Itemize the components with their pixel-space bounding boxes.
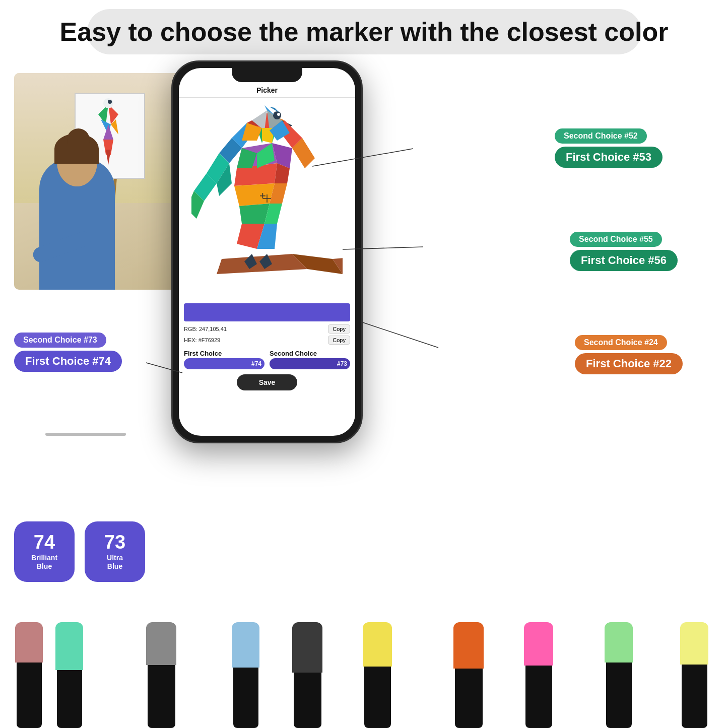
marker-8-body bbox=[525, 666, 552, 728]
badge-73-name: UltraBlue bbox=[107, 554, 123, 571]
svg-point-19 bbox=[277, 113, 280, 116]
marker-2-body bbox=[57, 670, 82, 728]
artist-photo bbox=[14, 73, 185, 290]
marker-3-body bbox=[148, 665, 175, 728]
marker-2 bbox=[55, 622, 83, 728]
phone-bottom-panel: RGB: 247,105,41 Copy HEX: #F76929 Copy F… bbox=[179, 299, 355, 394]
marker-9 bbox=[605, 622, 633, 728]
marker-5 bbox=[292, 622, 322, 728]
svg-line-2 bbox=[363, 322, 438, 348]
svg-point-11 bbox=[103, 98, 113, 108]
marker-3 bbox=[146, 622, 176, 728]
callout-left: Second Choice #73 First Choice #74 bbox=[14, 333, 122, 372]
marker-7-cap bbox=[453, 622, 484, 669]
marker-8 bbox=[524, 622, 553, 728]
callout-bot-right: Second Choice #24 First Choice #22 bbox=[575, 335, 683, 374]
save-button[interactable]: Save bbox=[237, 374, 297, 390]
marker-badges: 74 BrilliantBlue 73 UltraBlue bbox=[14, 521, 145, 582]
bottom-markers-area bbox=[0, 592, 728, 728]
callout-second-52: Second Choice #52 bbox=[555, 128, 647, 144]
second-choice-badge: #73 bbox=[337, 360, 347, 367]
rgb-label: RGB: 247,105,41 bbox=[184, 326, 227, 332]
second-choice-title: Second Choice bbox=[270, 350, 350, 357]
hex-row: HEX: #F76929 Copy bbox=[184, 336, 350, 345]
marker-10 bbox=[680, 622, 708, 728]
callout-first-74: First Choice #74 bbox=[14, 351, 122, 372]
badge-73-number: 73 bbox=[104, 533, 125, 552]
marker-4-cap bbox=[232, 622, 259, 668]
callout-second-24: Second Choice #24 bbox=[575, 335, 667, 350]
first-choice-title: First Choice bbox=[184, 350, 264, 357]
phone-notch bbox=[232, 68, 302, 82]
badge-74-name: BrilliantBlue bbox=[31, 554, 57, 571]
marker-badge-73: 73 UltraBlue bbox=[85, 521, 145, 582]
marker-10-body bbox=[682, 665, 707, 728]
marker-8-cap bbox=[524, 622, 553, 666]
marker-2-cap bbox=[55, 622, 83, 670]
marker-1-body bbox=[17, 663, 42, 728]
copy-hex-button[interactable]: Copy bbox=[328, 336, 350, 345]
copy-rgb-button[interactable]: Copy bbox=[328, 324, 350, 334]
photo-scrollbar bbox=[45, 433, 126, 436]
badge-74-number: 74 bbox=[34, 533, 55, 552]
marker-4 bbox=[232, 622, 259, 728]
marker-7-body bbox=[455, 669, 483, 728]
hex-label: HEX: #F76929 bbox=[184, 337, 220, 343]
callout-top-right: Second Choice #52 First Choice #53 bbox=[555, 128, 663, 168]
phone-parrot-area[interactable] bbox=[179, 98, 355, 299]
header-background: Easy to choose the marker with the close… bbox=[87, 9, 641, 54]
marker-6 bbox=[363, 622, 392, 728]
callout-first-22: First Choice #22 bbox=[575, 353, 683, 374]
callout-mid-right: Second Choice #55 First Choice #56 bbox=[570, 232, 678, 271]
marker-5-body bbox=[294, 673, 321, 728]
marker-1-cap bbox=[15, 622, 43, 663]
phone-frame: Picker bbox=[171, 60, 363, 443]
svg-point-12 bbox=[108, 100, 112, 104]
marker-3-cap bbox=[146, 622, 176, 665]
callout-first-56: First Choice #56 bbox=[570, 250, 678, 271]
marker-badge-74: 74 BrilliantBlue bbox=[14, 521, 75, 582]
callout-first-53: First Choice #53 bbox=[555, 147, 663, 168]
marker-6-body bbox=[364, 667, 391, 728]
marker-9-cap bbox=[605, 622, 633, 663]
app-title: Picker bbox=[179, 84, 355, 98]
marker-7 bbox=[453, 622, 484, 728]
marker-10-cap bbox=[680, 622, 708, 665]
marker-5-cap bbox=[292, 622, 322, 673]
rgb-row: RGB: 247,105,41 Copy bbox=[184, 324, 350, 334]
marker-4-body bbox=[233, 668, 258, 728]
svg-point-18 bbox=[273, 111, 281, 119]
phone-screen: Picker bbox=[179, 68, 355, 436]
marker-9-body bbox=[606, 663, 632, 728]
first-choice-badge: #74 bbox=[251, 360, 261, 367]
svg-marker-34 bbox=[239, 204, 270, 224]
marker-1 bbox=[15, 622, 43, 728]
header-title: Easy to choose the marker with the close… bbox=[60, 17, 669, 47]
callout-second-73: Second Choice #73 bbox=[14, 333, 106, 348]
marker-6-cap bbox=[363, 622, 392, 667]
phone-color-bar bbox=[184, 303, 350, 321]
crosshair bbox=[262, 193, 272, 204]
callout-second-55: Second Choice #55 bbox=[570, 232, 662, 247]
